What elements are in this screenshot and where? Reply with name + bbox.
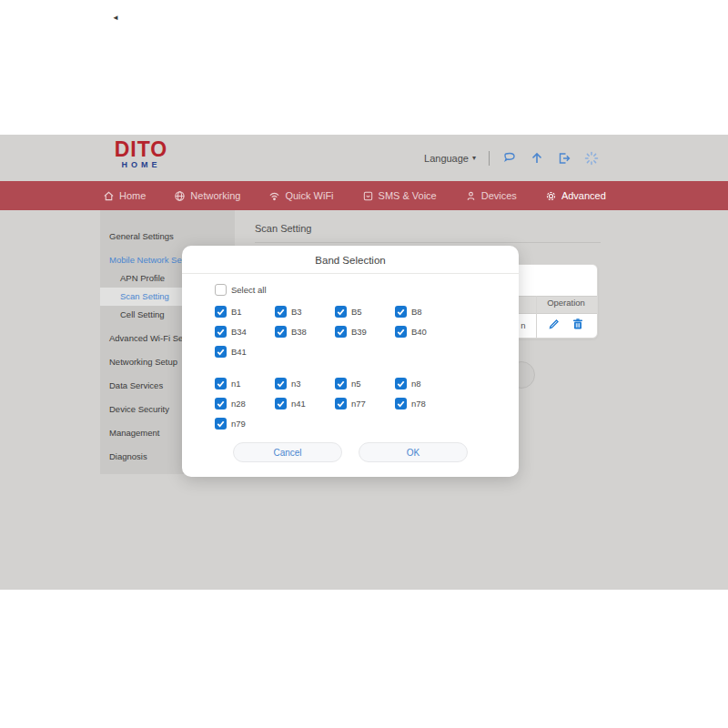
- brand-bar: DITO HOME Language ▾: [0, 135, 728, 181]
- band-option: B39: [335, 326, 395, 338]
- band-selection-dialog: Band Selection Select all B1: [182, 246, 519, 477]
- chat-icon[interactable]: [502, 151, 517, 166]
- nav-item[interactable]: Advanced: [545, 190, 606, 202]
- nav-item[interactable]: Quick WiFi: [268, 190, 333, 202]
- page-title: Scan Setting: [255, 223, 311, 234]
- band-checkbox[interactable]: [335, 378, 347, 389]
- edit-pencil-icon[interactable]: [548, 318, 561, 330]
- dialog-buttons: Cancel OK: [182, 442, 519, 462]
- sidebar-item-label: Management: [109, 428, 159, 438]
- band-option: B34: [215, 326, 275, 338]
- nav-item-label: SMS & Voice: [379, 190, 437, 201]
- band-checkbox[interactable]: [215, 306, 227, 318]
- home-icon: [103, 190, 115, 202]
- nav-item[interactable]: Devices: [465, 190, 517, 202]
- nav-item-label: Devices: [481, 190, 517, 201]
- band-checkbox[interactable]: [335, 306, 347, 318]
- band-checkbox[interactable]: [215, 398, 227, 410]
- dialog-body: Select all B1 B3: [182, 274, 519, 433]
- band-checkbox[interactable]: [215, 346, 227, 358]
- sidebar-item-label: Data Services: [109, 380, 163, 390]
- band-option: B38: [275, 326, 335, 338]
- select-all-row: Select all: [215, 280, 519, 298]
- band-label: n78: [411, 399, 426, 409]
- main-nav: Home Networking Quick WiFi SMS & Voice D…: [0, 181, 728, 210]
- band-option: B3: [275, 306, 335, 318]
- band-label: n79: [231, 419, 246, 429]
- band-label: B39: [351, 327, 367, 337]
- sidebar-collapse-icon[interactable]: ◄: [112, 14, 119, 22]
- logo-brand-text: DITO: [105, 138, 177, 160]
- logo-sub-text: HOME: [105, 160, 177, 169]
- select-all-label: Select all: [231, 285, 267, 295]
- advanced-icon: [545, 190, 557, 202]
- networking-icon: [174, 190, 186, 202]
- band-label: n41: [291, 399, 306, 409]
- band-checkbox[interactable]: [335, 326, 347, 338]
- band-checkbox[interactable]: [215, 418, 227, 430]
- band-checkbox[interactable]: [215, 378, 227, 389]
- band-checkbox[interactable]: [275, 398, 287, 410]
- upload-arrow-icon[interactable]: [530, 151, 544, 166]
- sms-icon: [362, 190, 374, 202]
- cancel-button[interactable]: Cancel: [233, 442, 342, 462]
- band-option: n77: [335, 398, 395, 410]
- band-option: n1: [215, 378, 275, 389]
- sidebar-item-label: Networking Setup: [109, 357, 177, 367]
- sidebar-item[interactable]: General Settings: [100, 228, 235, 246]
- band-label: n8: [411, 379, 421, 389]
- band-option: n8: [395, 378, 455, 389]
- band-label: n28: [231, 399, 246, 409]
- logout-icon[interactable]: [557, 151, 571, 166]
- band-label: B41: [231, 347, 247, 357]
- nav-item[interactable]: Networking: [174, 190, 240, 202]
- select-all-checkbox[interactable]: [215, 284, 227, 296]
- band-label: B5: [351, 307, 362, 317]
- band-option: B1: [215, 306, 275, 318]
- band-label: B38: [291, 327, 307, 337]
- band-label: n3: [291, 379, 301, 389]
- language-dropdown[interactable]: Language ▾: [424, 153, 476, 164]
- dito-logo: DITO HOME: [105, 138, 177, 169]
- nav-item-label: Advanced: [561, 190, 606, 201]
- nav-item[interactable]: SMS & Voice: [362, 190, 437, 202]
- app-window: DITO HOME Language ▾: [0, 0, 728, 728]
- nav-item[interactable]: Home: [103, 190, 146, 202]
- band-checkbox[interactable]: [275, 326, 287, 338]
- band-checkbox[interactable]: [275, 306, 287, 318]
- band-option: B40: [395, 326, 455, 338]
- nr-band-grid: n1 n3 n5: [215, 373, 519, 433]
- sidebar-item-label: Device Security: [109, 404, 169, 414]
- band-label: n1: [231, 379, 241, 389]
- band-checkbox[interactable]: [215, 326, 227, 338]
- band-label: B40: [411, 327, 427, 337]
- band-checkbox[interactable]: [275, 378, 287, 389]
- band-checkbox[interactable]: [395, 306, 407, 318]
- band-checkbox[interactable]: [395, 398, 407, 410]
- band-label: B34: [231, 327, 247, 337]
- lte-band-grid: B1 B3 B5: [215, 301, 519, 361]
- nav-item-label: Home: [119, 190, 146, 201]
- dialog-title: Band Selection: [182, 246, 519, 273]
- header-divider: [489, 151, 490, 166]
- band-option: n28: [215, 398, 275, 410]
- ok-button[interactable]: OK: [359, 442, 468, 462]
- band-label: B1: [231, 307, 242, 317]
- band-checkbox[interactable]: [335, 398, 347, 410]
- band-label: n5: [351, 379, 361, 389]
- band-option: n79: [215, 418, 275, 430]
- band-option: n78: [395, 398, 455, 410]
- delete-trash-icon[interactable]: [571, 318, 584, 330]
- band-label: B8: [411, 307, 422, 317]
- chevron-down-icon: ▾: [472, 154, 476, 162]
- band-checkbox[interactable]: [395, 326, 407, 338]
- sidebar-item-label: Cell Setting: [120, 309, 165, 319]
- wifi-icon: [268, 190, 280, 202]
- header-controls: Language ▾: [424, 135, 599, 181]
- band-checkbox[interactable]: [395, 378, 407, 389]
- sidebar-item-label: Scan Setting: [120, 291, 169, 301]
- band-option: B8: [395, 306, 455, 318]
- title-divider: [255, 242, 601, 243]
- sidebar-item-label: General Settings: [109, 231, 174, 241]
- nav-item-label: Networking: [190, 190, 240, 201]
